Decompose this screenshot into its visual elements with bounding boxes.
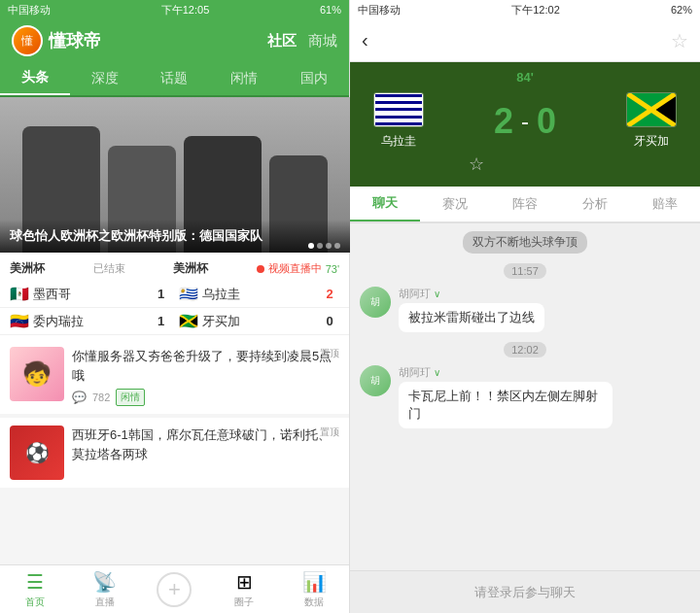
score-2: 0 xyxy=(537,101,556,142)
status-bar-right: 中国移动 下午12:02 62% xyxy=(350,0,700,19)
bubble-wrap-2: 胡阿玎 ∨ 卡瓦尼上前！！禁区内左侧左脚射门 xyxy=(399,365,612,428)
tournament-title-2: 美洲杯 xyxy=(173,260,208,277)
nav-circle[interactable]: ⊞ 圈子 xyxy=(209,565,279,613)
score-display: 2 - 0 xyxy=(447,101,603,142)
tab-depth[interactable]: 深度 xyxy=(70,62,140,95)
live-label: 直播 xyxy=(95,596,115,609)
hero-image[interactable]: 球色怡人欧洲杯之欧洲杯特别版：德国国家队 xyxy=(0,97,350,253)
favorite-button[interactable]: ☆ xyxy=(671,29,688,52)
nav-live[interactable]: 📡 直播 xyxy=(70,565,140,613)
chat-messages: 双方不断地头球争顶 11:57 胡 胡阿玎 ∨ 被拉米雷斯碰出了边线 xyxy=(350,223,700,570)
nav-shop[interactable]: 商城 xyxy=(308,32,337,51)
flag-jamaica-left: 🇯🇲 xyxy=(179,312,198,330)
flag-uruguay-right xyxy=(373,92,424,127)
team1-favorite[interactable]: ☆ xyxy=(469,153,484,175)
tab-leisure[interactable]: 闲情 xyxy=(209,62,279,95)
live-indicator[interactable]: 视频直播中 73' xyxy=(257,261,339,276)
flag-jamaica-right xyxy=(626,92,677,127)
circle-icon: ⊞ xyxy=(236,570,253,594)
carrier-left: 中国移动 xyxy=(8,3,51,17)
header-right-nav: 社区 商城 xyxy=(267,32,337,51)
battery-right: 62% xyxy=(671,4,692,16)
news-content-1: 置顶 你懂服务器又夯爸爸升级了，要持续到凌晨5点哦 💬 782 闲情 xyxy=(72,347,339,406)
chat-input-bar[interactable]: 请登录后参与聊天 xyxy=(350,570,700,613)
data-icon: 📊 xyxy=(302,570,327,594)
tournament-status: 已结束 xyxy=(93,261,125,276)
match-tab-chat[interactable]: 聊天 xyxy=(350,187,420,221)
score-separator: - xyxy=(521,108,529,135)
live-time: 73' xyxy=(326,263,339,275)
verified-icon-2: ∨ xyxy=(434,367,440,378)
avatar-2: 胡 xyxy=(360,365,391,396)
bubble-wrap-1: 胡阿玎 ∨ 被拉米雷斯碰出了边线 xyxy=(399,287,544,332)
sender-2: 胡阿玎 ∨ xyxy=(399,365,612,380)
flag-venezuela: 🇻🇪 xyxy=(10,312,29,330)
news-list: 🧒 置顶 你懂服务器又夯爸爸升级了，要持续到凌晨5点哦 💬 782 闲情 ⚽ 置… xyxy=(0,339,349,564)
dot-3 xyxy=(326,243,332,249)
score-mexico: 1 xyxy=(152,287,171,301)
comment-count-1: 782 xyxy=(92,392,110,403)
avatar-1: 胡 xyxy=(360,287,391,318)
sys-msg-1: 双方不断地头球争顶 xyxy=(360,231,690,254)
chat-input-placeholder: 请登录后参与聊天 xyxy=(474,584,576,601)
news-tag-1: 置顶 xyxy=(320,347,339,360)
news-item-2[interactable]: ⚽ 置顶 西班牙6-1韩国，席尔瓦任意球破门，诺利托、莫拉塔各两球 xyxy=(0,418,349,488)
team-uruguay-left: 乌拉圭 xyxy=(202,286,321,303)
app-logo: 懂 懂球帝 xyxy=(12,25,101,56)
time-right: 下午12:02 xyxy=(511,3,560,17)
tab-topic[interactable]: 话题 xyxy=(140,62,210,95)
tab-toutiao[interactable]: 头条 xyxy=(0,62,70,95)
star-row: ☆ xyxy=(428,153,622,175)
match-tab-odds[interactable]: 赔率 xyxy=(630,187,700,221)
hero-overlay: 球色怡人欧洲杯之欧洲杯特别版：德国国家队 xyxy=(0,220,350,253)
tab-domestic[interactable]: 国内 xyxy=(279,62,349,95)
status-bar-left: 中国移动 下午12:05 61% xyxy=(0,0,349,19)
news-title-1: 你懂服务器又夯爸爸升级了，要持续到凌晨5点哦 xyxy=(72,347,339,385)
back-button[interactable]: ‹ xyxy=(362,29,368,51)
team-name-1: 乌拉圭 xyxy=(381,133,416,150)
match-tab-live[interactable]: 赛况 xyxy=(420,187,490,221)
nav-add[interactable]: + xyxy=(140,565,210,613)
teams-row: 乌拉圭 2 - 0 牙买加 xyxy=(350,92,700,150)
match-row-2[interactable]: 🇻🇪 委内瑞拉 1 🇯🇲 牙买加 0 xyxy=(0,308,349,335)
tournament-title: 美洲杯 xyxy=(10,260,45,277)
logo-avatar: 懂 xyxy=(12,25,43,56)
news-content-2: 置顶 西班牙6-1韩国，席尔瓦任意球破门，诺利托、莫拉塔各两球 xyxy=(72,426,339,467)
circle-label: 圈子 xyxy=(234,596,254,609)
chat-area: 双方不断地头球争顶 11:57 胡 胡阿玎 ∨ 被拉米雷斯碰出了边线 xyxy=(350,223,700,613)
carrier-right: 中国移动 xyxy=(358,3,401,17)
sender-1: 胡阿玎 ∨ xyxy=(399,287,544,301)
dot-1 xyxy=(308,243,314,249)
match-tabs: 聊天 赛况 阵容 分析 赔率 xyxy=(350,187,700,223)
team-venezuela: 委内瑞拉 xyxy=(33,313,152,330)
chat-bubble-2: 卡瓦尼上前！！禁区内左侧左脚射门 xyxy=(399,382,612,428)
score-uruguay: 2 xyxy=(320,287,339,301)
add-icon: + xyxy=(157,572,192,607)
left-panel: 中国移动 下午12:05 61% 懂 懂球帝 社区 商城 头条 深度 话题 闲情… xyxy=(0,0,350,613)
battery-left: 61% xyxy=(320,4,341,16)
score-1: 2 xyxy=(494,101,513,142)
data-label: 数据 xyxy=(304,596,324,609)
nav-home[interactable]: ☰ 首页 xyxy=(0,565,70,613)
timestamp-2: 12:02 xyxy=(360,340,690,358)
avatar-image: 懂 xyxy=(14,27,41,54)
match-tab-lineup[interactable]: 阵容 xyxy=(490,187,560,221)
match-score-section: 84' 乌拉圭 xyxy=(350,62,700,187)
live-icon: 📡 xyxy=(92,570,117,594)
match-row-1[interactable]: 🇲🇽 墨西哥 1 🇺🇾 乌拉圭 2 xyxy=(0,281,349,308)
dot-2 xyxy=(317,243,323,249)
nav-data[interactable]: 📊 数据 xyxy=(279,565,349,613)
chat-msg-2: 胡 胡阿玎 ∨ 卡瓦尼上前！！禁区内左侧左脚射门 xyxy=(360,365,690,428)
news-title-2: 西班牙6-1韩国，席尔瓦任意球破门，诺利托、莫拉塔各两球 xyxy=(72,426,339,463)
match-tab-analysis[interactable]: 分析 xyxy=(560,187,630,221)
score-jamaica: 0 xyxy=(320,314,339,328)
time-left: 下午12:05 xyxy=(161,3,210,17)
nav-community[interactable]: 社区 xyxy=(267,32,297,51)
news-item-1[interactable]: 🧒 置顶 你懂服务器又夯爸爸升级了，要持续到凌晨5点哦 💬 782 闲情 xyxy=(0,339,349,414)
avatar-img-2: 胡 xyxy=(360,365,391,396)
news-thumb-1: 🧒 xyxy=(10,347,64,401)
team-name-2: 牙买加 xyxy=(634,133,669,150)
comment-icon-1: 💬 xyxy=(72,391,87,404)
bottom-nav: ☰ 首页 📡 直播 + ⊞ 圈子 📊 数据 xyxy=(0,564,349,613)
time-label-2: 12:02 xyxy=(504,342,546,358)
